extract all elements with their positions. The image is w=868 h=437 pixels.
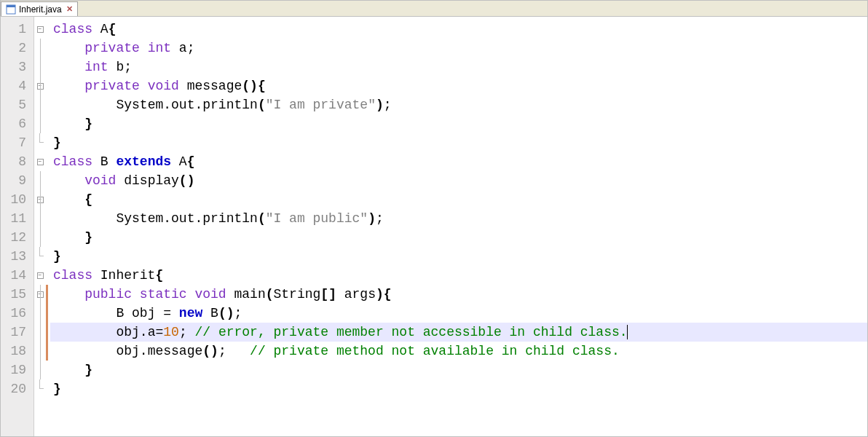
code-line[interactable]: void display(): [50, 171, 867, 190]
token-punct: ;: [234, 306, 242, 320]
token-brace: (): [179, 173, 195, 188]
token-ident: out: [171, 98, 194, 112]
change-marker: [46, 171, 48, 190]
line-number: 16: [5, 304, 26, 323]
code-line[interactable]: obj.a=10; // error, private member not a…: [50, 323, 867, 342]
fold-toggle-icon[interactable]: −: [37, 159, 44, 165]
line-number: 12: [5, 228, 26, 247]
token-brace: ): [368, 211, 376, 226]
code-line[interactable]: }: [50, 133, 867, 152]
line-number: 11: [5, 209, 26, 228]
fold-cell: [34, 361, 46, 379]
change-marker: [46, 152, 48, 171]
token-str: "I am private": [266, 98, 376, 112]
code-line[interactable]: B obj = new B();: [50, 304, 867, 323]
token-brace: {: [384, 287, 392, 302]
fold-cell: [34, 304, 46, 323]
token-type: int: [148, 41, 179, 55]
line-number: 19: [5, 361, 26, 379]
token-brace: {: [258, 79, 266, 93]
code-line[interactable]: System.out.println("I am private");: [50, 95, 867, 114]
token-mod-kw: class: [53, 268, 100, 283]
line-number: 6: [5, 114, 26, 133]
code-line[interactable]: obj.message(); // private method not ava…: [50, 342, 867, 361]
token-ident: Inherit: [100, 268, 156, 283]
code-line[interactable]: }: [50, 228, 867, 247]
fold-cell: −: [34, 76, 46, 95]
token-ident: B obj: [116, 306, 163, 320]
token-ident: String: [274, 287, 321, 302]
change-marker: [46, 209, 48, 228]
token-brace: }: [53, 135, 61, 150]
token-ident: System: [116, 211, 163, 226]
token-brace: }: [53, 249, 61, 264]
token-punct: ;: [384, 98, 392, 112]
token-punct: =: [163, 306, 179, 320]
code-line[interactable]: System.out.println("I am public");: [50, 209, 867, 228]
token-brace: {: [155, 268, 163, 283]
code-line[interactable]: class A{: [50, 20, 867, 39]
code-line[interactable]: class B extends A{: [50, 152, 867, 171]
token-brace: (): [202, 344, 218, 358]
line-number: 17: [5, 323, 26, 342]
token-mod-kw: static: [140, 287, 195, 302]
token-mod-kw: class: [53, 154, 100, 169]
change-marker: [46, 304, 48, 323]
token-method: message: [187, 79, 242, 93]
code-line[interactable]: private void message(){: [50, 76, 867, 95]
token-punct: ;: [124, 60, 132, 74]
token-type: int: [84, 60, 116, 74]
code-line[interactable]: }: [50, 361, 867, 379]
code-line[interactable]: {: [50, 190, 867, 209]
fold-cell: [34, 342, 46, 361]
code-line[interactable]: }: [50, 114, 867, 133]
token-punct: ;: [187, 41, 195, 55]
fold-cell: [34, 247, 46, 266]
fold-toggle-icon[interactable]: −: [37, 26, 44, 33]
code-line[interactable]: class Inherit{: [50, 266, 867, 285]
line-number: 8: [5, 152, 26, 171]
fold-cell: [34, 133, 46, 152]
editor-body: 1234567891011121314151617181920 −−−−−− c…: [1, 17, 867, 436]
fold-cell: [34, 95, 46, 114]
token-brace: (: [258, 211, 266, 226]
tab-filename: Inherit.java: [19, 4, 62, 15]
token-ident: b: [116, 60, 124, 74]
fold-cell: [34, 323, 46, 342]
token-brace: }: [84, 230, 92, 245]
token-brace: }: [84, 363, 92, 377]
fold-cell: −: [34, 190, 46, 209]
code-line[interactable]: }: [50, 247, 867, 266]
change-marker: [46, 285, 48, 304]
close-icon[interactable]: ✕: [65, 4, 73, 14]
line-number: 10: [5, 190, 26, 209]
fold-cell: −: [34, 285, 46, 304]
fold-cell: [34, 39, 46, 58]
token-brace: }: [84, 117, 92, 131]
fold-cell: [34, 379, 46, 398]
token-ident: B: [210, 306, 218, 320]
token-ident: a: [179, 41, 187, 55]
token-ident: obj: [116, 344, 139, 358]
token-brace: []: [320, 287, 344, 302]
file-tab[interactable]: Inherit.java ✕: [1, 1, 78, 16]
code-line[interactable]: public static void main(String[] args){: [50, 285, 867, 304]
fold-toggle-icon[interactable]: −: [37, 272, 44, 279]
code-line[interactable]: }: [50, 379, 867, 398]
change-marker: [46, 323, 48, 342]
fold-column: −−−−−−: [34, 17, 46, 436]
change-marker: [46, 20, 48, 39]
tab-bar: Inherit.java ✕: [1, 1, 867, 17]
line-number: 15: [5, 285, 26, 304]
token-brace: ): [376, 287, 384, 302]
svg-rect-1: [7, 5, 15, 7]
token-punct: .: [140, 325, 148, 339]
token-method: display: [124, 173, 179, 188]
change-marker: [46, 266, 48, 285]
change-marker: [46, 76, 48, 95]
code-line[interactable]: int b;: [50, 58, 867, 76]
code-area[interactable]: class A{ private int a; int b; private v…: [49, 17, 867, 436]
code-line[interactable]: private int a;: [50, 39, 867, 58]
change-marker: [46, 190, 48, 209]
token-ident: A: [100, 22, 108, 36]
